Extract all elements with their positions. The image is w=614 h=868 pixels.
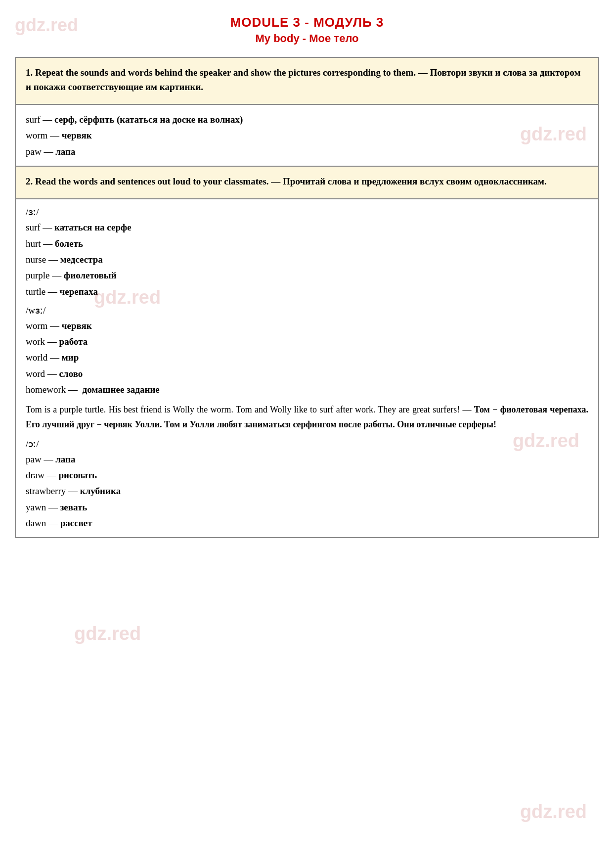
word-turtle: turtle — черепаха <box>26 284 588 300</box>
task1-text-en: Repeat the sounds and words behind the s… <box>35 67 418 78</box>
module-title: MODULE 3 - МОДУЛЬ 3 <box>0 15 614 30</box>
paragraph-en: Tom is a purple turtle. His best friend … <box>26 405 460 414</box>
site-logo: gdz.red <box>15 15 78 36</box>
word-hurt: hurt — болеть <box>26 236 588 252</box>
phonetic-label-z: /ɜː/ <box>26 206 588 218</box>
main-content: 1. Repeat the sounds and words behind th… <box>15 57 599 538</box>
word-work: work — работа <box>26 334 588 350</box>
task2-number: 2. <box>26 176 33 186</box>
word-paw: paw — лапа <box>26 452 588 467</box>
task2-text-ru: Прочитай слова и предложения вслух своим… <box>283 176 547 186</box>
word-worm: worm — червяк <box>26 318 588 334</box>
word-strawberry: strawberry — клубника <box>26 483 588 499</box>
watermark-4: gdz.red <box>74 623 141 644</box>
word-nurse: nurse — медсестра <box>26 252 588 268</box>
paragraph-block: Tom is a purple turtle. His best friend … <box>26 403 588 432</box>
word-dawn: dawn — рассвет <box>26 515 588 531</box>
paragraph-dash: — <box>462 405 474 414</box>
task1-vocab-surf: surf — серф, сёрфить (кататься на доске … <box>26 112 588 128</box>
page-subtitle: My body - Мое тело <box>0 32 614 45</box>
task1-dash: — <box>418 67 428 78</box>
word-word: word — слово <box>26 366 588 382</box>
task1-box: 1. Repeat the sounds and words behind th… <box>15 57 599 105</box>
task2-text-en: Read the words and sentences out loud to… <box>35 176 271 186</box>
phonetic-label-aw: /ɔː/ <box>26 438 588 450</box>
word-world: world — мир <box>26 350 588 365</box>
word-draw: draw — рисовать <box>26 467 588 483</box>
task2-dash: — <box>271 176 280 186</box>
page-header: gdz.red MODULE 3 - МОДУЛЬ 3 My body - Мо… <box>0 10 614 48</box>
task2-box: 2. Read the words and sentences out loud… <box>15 167 599 200</box>
phonetic-label-wz: /wɜː/ <box>26 305 588 316</box>
phonetic-section-z: /ɜː/ surf — кататься на серфе hurt — бол… <box>15 199 599 538</box>
watermark-5: gdz.red <box>520 801 587 822</box>
task1-instruction: 1. Repeat the sounds and words behind th… <box>26 66 588 94</box>
word-homework: homework — домашнее задание <box>26 382 588 398</box>
task1-vocab-section: surf — серф, сёрфить (кататься на доске … <box>15 105 599 167</box>
task2-instruction: 2. Read the words and sentences out loud… <box>26 175 588 189</box>
task1-vocab-worm: worm — червяк <box>26 128 588 143</box>
word-purple: purple — фиолетовый <box>26 268 588 283</box>
word-yawn: yawn — зевать <box>26 500 588 515</box>
word-surf: surf — кататься на серфе <box>26 220 588 235</box>
task1-vocab-paw: paw — лапа <box>26 144 588 160</box>
task1-number: 1. <box>26 67 33 78</box>
